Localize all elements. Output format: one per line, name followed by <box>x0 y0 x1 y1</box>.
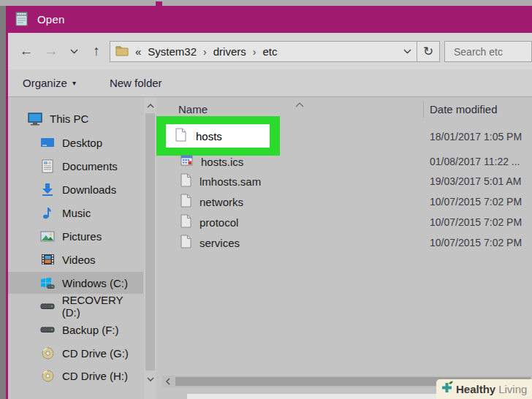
breadcrumb-overflow[interactable]: « <box>135 45 141 58</box>
highlight-annotation: hosts <box>156 116 280 156</box>
sidebar-item-documents[interactable]: Documents <box>8 155 143 177</box>
file-list: Name Date modified hosts <box>156 97 532 399</box>
sidebar-item-cd-drive-g[interactable]: CD Drive (G:) <box>8 342 143 364</box>
file-date: 18/01/2017 1:05 PM <box>430 126 522 147</box>
sidebar-label: Music <box>62 207 91 219</box>
address-dropdown-icon[interactable] <box>398 42 417 61</box>
command-toolbar: Organize ▾ New folder <box>8 69 532 97</box>
sidebar-label: CD Drive (H:) <box>62 370 128 382</box>
file-name: hosts.ics <box>201 156 243 168</box>
scroll-down-icon[interactable] <box>144 373 156 385</box>
hard-drive-icon <box>39 303 56 310</box>
file-row-lmhosts-sam[interactable]: lmhosts.sam <box>156 171 261 191</box>
sidebar-item-videos[interactable]: Videos <box>8 248 143 270</box>
sidebar-label: Windows (C:) <box>62 277 128 289</box>
watermark-light-text: Living <box>498 383 527 395</box>
healthy-living-watermark: Healthy Living <box>436 379 532 399</box>
sidebar-label: Backup (F:) <box>62 324 119 336</box>
file-row-hosts-ics[interactable]: hosts.ics <box>156 151 243 172</box>
downloads-icon <box>39 183 56 196</box>
recent-locations-dropdown-icon[interactable] <box>66 42 81 61</box>
cd-drive-icon <box>39 370 56 382</box>
sidebar-item-desktop[interactable]: Desktop <box>8 132 143 153</box>
file-name: networks <box>200 196 243 208</box>
file-date: 19/03/2017 5:01 AM <box>430 171 521 191</box>
sidebar-scrollbar[interactable] <box>144 97 156 399</box>
file-row-protocol[interactable]: protocol <box>156 212 238 232</box>
calendar-icon <box>180 155 193 169</box>
new-folder-label: New folder <box>110 77 162 89</box>
sidebar-item-this-pc[interactable]: This PC <box>8 107 143 129</box>
music-icon <box>39 206 56 219</box>
sidebar-item-downloads[interactable]: Downloads <box>8 178 143 200</box>
file-row-networks[interactable]: networks <box>156 191 243 212</box>
breadcrumb: « System32 › drivers › etc <box>110 45 398 58</box>
sort-ascending-icon <box>294 97 305 110</box>
cd-drive-icon <box>39 347 56 360</box>
refresh-icon[interactable]: ↻ <box>417 42 439 61</box>
sidebar-label: Downloads <box>62 183 116 196</box>
breadcrumb-item-drivers[interactable]: drivers <box>213 45 246 58</box>
address-bar[interactable]: « System32 › drivers › etc ↻ <box>110 41 440 62</box>
column-divider[interactable] <box>423 102 424 118</box>
sidebar-item-recovery-d[interactable]: RECOVERY (D:) <box>8 295 143 317</box>
windows-drive-icon <box>39 277 56 289</box>
back-button[interactable]: ← <box>17 42 36 61</box>
file-date: 10/07/2015 7:02 PM <box>430 191 522 212</box>
this-pc-icon <box>27 112 43 126</box>
window-title: Open <box>37 13 65 26</box>
file-name: services <box>200 237 240 249</box>
watermark-cross-icon <box>440 380 455 398</box>
breadcrumb-item-etc[interactable]: etc <box>262 45 277 58</box>
file-name: hosts <box>196 130 222 142</box>
sidebar-item-pictures[interactable]: Pictures <box>8 225 143 247</box>
search-input[interactable] <box>445 42 531 61</box>
folder-icon <box>115 45 129 58</box>
file-icon <box>180 235 191 251</box>
file-date: 10/07/2015 7:02 PM <box>430 232 522 253</box>
file-row-services[interactable]: services <box>156 232 240 253</box>
sidebar-item-backup-f[interactable]: Backup (F:) <box>8 319 143 341</box>
sidebar-label: CD Drive (G:) <box>62 347 129 360</box>
file-icon <box>180 194 191 210</box>
new-folder-button[interactable]: New folder <box>110 77 162 89</box>
sidebar-scrollbar-thumb[interactable] <box>145 113 155 370</box>
breadcrumb-separator-icon: › <box>253 46 256 58</box>
sidebar-label: Documents <box>62 160 118 172</box>
pictures-icon <box>39 231 56 242</box>
scroll-up-icon[interactable] <box>144 100 156 112</box>
videos-icon <box>39 254 56 265</box>
sidebar-label: Desktop <box>62 137 102 149</box>
desktop-background-strip <box>0 6 6 399</box>
scroll-left-icon[interactable] <box>162 376 174 387</box>
sidebar-item-windows-c[interactable]: Windows (C:) <box>8 272 143 294</box>
organize-button[interactable]: Organize ▾ <box>23 77 76 89</box>
file-icon <box>180 214 191 231</box>
search-box <box>444 41 532 62</box>
notepad-icon <box>14 10 30 30</box>
file-date: 01/08/2017 11:22 ... <box>430 151 520 172</box>
file-name: lmhosts.sam <box>200 175 261 188</box>
column-header-date-modified[interactable]: Date modified <box>430 103 498 115</box>
documents-icon <box>39 159 56 173</box>
hard-drive-icon <box>39 326 56 333</box>
screenshot-root: Open ← → ↑ « System32 › drivers › <box>0 0 532 399</box>
breadcrumb-separator-icon: › <box>203 46 207 58</box>
sidebar-label: Videos <box>62 254 96 266</box>
breadcrumb-item-system32[interactable]: System32 <box>148 45 197 58</box>
up-button[interactable]: ↑ <box>87 42 106 61</box>
sidebar-item-music[interactable]: Music <box>8 202 143 224</box>
file-date: 10/07/2015 7:02 PM <box>430 212 522 232</box>
organize-label: Organize <box>23 77 67 89</box>
sidebar-label: RECOVERY (D:) <box>62 294 143 319</box>
sidebar-item-cd-drive-h[interactable]: CD Drive (H:) <box>8 365 143 387</box>
desktop-icon <box>39 137 56 148</box>
sidebar-label: This PC <box>50 113 88 125</box>
forward-button[interactable]: → <box>42 42 61 61</box>
organize-dropdown-icon: ▾ <box>72 79 76 87</box>
file-row-hosts[interactable]: hosts <box>166 124 270 148</box>
file-name: protocol <box>200 216 238 229</box>
file-icon <box>180 173 191 190</box>
file-icon <box>175 128 186 145</box>
column-header-name[interactable]: Name <box>178 103 208 115</box>
